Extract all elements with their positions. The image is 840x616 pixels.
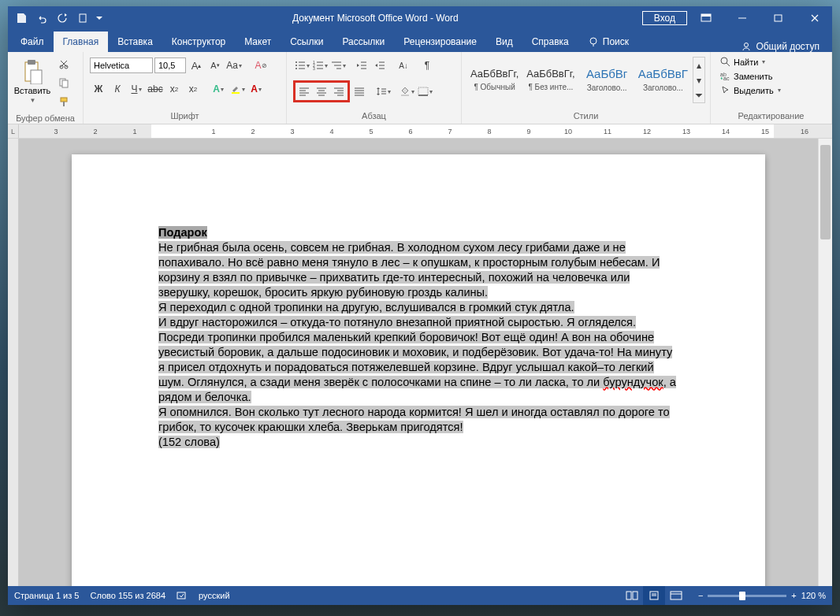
zoom-out-icon[interactable]: − bbox=[698, 591, 703, 600]
view-buttons bbox=[621, 586, 687, 605]
replace-button[interactable]: abacЗаменить bbox=[717, 69, 784, 83]
paste-button[interactable]: Вставить ▼ bbox=[11, 54, 54, 109]
group-clipboard: Вставить ▼ Буфер обмена bbox=[8, 52, 84, 124]
zoom-controls: − + 120 % bbox=[698, 591, 826, 600]
shading-icon[interactable]: ▾ bbox=[398, 83, 415, 100]
clipboard-icon bbox=[21, 59, 43, 84]
svg-rect-9 bbox=[28, 60, 35, 65]
zoom-level[interactable]: 120 % bbox=[801, 591, 826, 600]
scrollbar-thumb[interactable] bbox=[820, 145, 831, 239]
decrease-indent-icon[interactable] bbox=[353, 57, 370, 74]
highlight-icon[interactable]: ▾ bbox=[229, 80, 246, 98]
align-left-icon[interactable] bbox=[295, 83, 313, 100]
styles-more-icon[interactable]: ⏷ bbox=[693, 87, 704, 102]
vertical-scrollbar[interactable] bbox=[818, 139, 832, 586]
tab-insert[interactable]: Вставка bbox=[108, 32, 162, 52]
status-words[interactable]: Слово 155 из 2684 bbox=[90, 591, 165, 600]
line-spacing-icon[interactable]: ▾ bbox=[374, 83, 392, 100]
bold-button[interactable]: Ж bbox=[90, 80, 107, 98]
style-heading2[interactable]: АаБбВвГЗаголово... bbox=[635, 57, 691, 102]
styles-up-icon[interactable]: ▴ bbox=[693, 58, 704, 72]
style-no-spacing[interactable]: АаБбВвГг,¶ Без инте... bbox=[522, 57, 578, 102]
find-button[interactable]: Найти▾ bbox=[717, 55, 784, 69]
show-marks-icon[interactable]: ¶ bbox=[418, 57, 436, 74]
style-heading1[interactable]: АаБбВгЗаголово... bbox=[579, 57, 635, 102]
align-right-icon[interactable] bbox=[330, 83, 348, 100]
tab-mailings[interactable]: Рассылки bbox=[333, 32, 394, 52]
ribbon: Вставить ▼ Буфер обмена A▴ A▾ Aa▾ bbox=[8, 52, 832, 124]
sort-icon[interactable]: A↓ bbox=[395, 57, 412, 74]
group-font: A▴ A▾ Aa▾ A⊘ Ж К Ч▾ abc x2 x2 A▾ ▾ A▾ bbox=[84, 52, 287, 124]
share-button[interactable]: Общий доступ bbox=[731, 41, 829, 52]
change-case-icon[interactable]: Aa▾ bbox=[225, 57, 243, 74]
ribbon-display-icon[interactable] bbox=[689, 6, 723, 30]
tab-file[interactable]: Файл bbox=[11, 32, 54, 52]
status-page[interactable]: Страница 1 из 5 bbox=[14, 591, 79, 600]
tab-review[interactable]: Рецензирование bbox=[394, 32, 486, 52]
superscript-button[interactable]: x2 bbox=[184, 80, 202, 98]
increase-indent-icon[interactable] bbox=[371, 57, 388, 74]
status-language[interactable]: русский bbox=[199, 591, 229, 600]
ribbon-tabs: Файл Главная Вставка Конструктор Макет С… bbox=[8, 30, 832, 52]
document-area: Подарок Не грибная была осень, совсем не… bbox=[8, 139, 832, 586]
svg-rect-17 bbox=[232, 92, 240, 94]
format-painter-icon[interactable] bbox=[55, 93, 72, 110]
select-button[interactable]: Выделить▾ bbox=[717, 83, 784, 97]
subscript-button[interactable]: x2 bbox=[165, 80, 183, 98]
number-list-icon[interactable]: 123▾ bbox=[311, 57, 329, 74]
copy-icon[interactable] bbox=[55, 74, 72, 91]
text-effects-icon[interactable]: A▾ bbox=[210, 80, 227, 98]
vertical-ruler[interactable] bbox=[8, 139, 19, 586]
chevron-down-icon: ▼ bbox=[30, 97, 36, 104]
tab-references[interactable]: Ссылки bbox=[281, 32, 333, 52]
font-size-select[interactable] bbox=[154, 58, 186, 73]
lightbulb-icon bbox=[588, 36, 599, 47]
qat-dropdown-icon[interactable] bbox=[95, 9, 104, 27]
zoom-in-icon[interactable]: + bbox=[791, 591, 796, 600]
font-name-select[interactable] bbox=[90, 58, 153, 73]
zoom-slider[interactable] bbox=[708, 595, 786, 597]
style-normal[interactable]: АаБбВвГг,¶ Обычный bbox=[466, 57, 522, 102]
underline-button[interactable]: Ч▾ bbox=[128, 80, 145, 98]
align-justify-icon[interactable] bbox=[351, 83, 368, 100]
cursor-icon bbox=[720, 85, 730, 95]
new-doc-icon[interactable] bbox=[74, 9, 91, 27]
bullet-list-icon[interactable]: ▾ bbox=[293, 57, 310, 74]
group-paragraph: ▾ 123▾ ▾ A↓ ¶ bbox=[287, 52, 462, 124]
styles-down-icon[interactable]: ▾ bbox=[693, 72, 704, 87]
italic-button[interactable]: К bbox=[109, 80, 126, 98]
read-mode-icon[interactable] bbox=[621, 586, 643, 605]
web-layout-icon[interactable] bbox=[665, 586, 687, 605]
tell-me-search[interactable]: Поиск bbox=[578, 32, 638, 52]
clear-format-icon[interactable]: A⊘ bbox=[252, 57, 269, 74]
doc-para: Я опомнился. Вон сколько тут лесного нар… bbox=[158, 406, 670, 433]
tab-view[interactable]: Вид bbox=[486, 32, 522, 52]
save-icon[interactable] bbox=[13, 9, 30, 27]
tab-help[interactable]: Справка bbox=[522, 32, 578, 52]
maximize-icon[interactable] bbox=[761, 6, 796, 30]
cut-icon[interactable] bbox=[55, 55, 72, 72]
login-button[interactable]: Вход bbox=[642, 11, 687, 25]
print-layout-icon[interactable] bbox=[643, 586, 665, 605]
align-center-icon[interactable] bbox=[313, 83, 330, 100]
horizontal-ruler[interactable]: L 3211234567891011121314151617 bbox=[8, 124, 832, 139]
grow-font-icon[interactable]: A▴ bbox=[188, 57, 205, 74]
redo-icon[interactable] bbox=[54, 9, 71, 27]
proofing-icon[interactable] bbox=[177, 590, 188, 601]
page[interactable]: Подарок Не грибная была осень, совсем не… bbox=[72, 154, 765, 586]
document-scroll[interactable]: Подарок Не грибная была осень, совсем не… bbox=[19, 139, 818, 586]
tab-home[interactable]: Главная bbox=[54, 32, 109, 52]
multilevel-list-icon[interactable]: ▾ bbox=[329, 57, 347, 74]
tab-layout[interactable]: Макет bbox=[235, 32, 281, 52]
undo-icon[interactable] bbox=[33, 9, 50, 27]
close-icon[interactable] bbox=[797, 6, 832, 30]
shrink-font-icon[interactable]: A▾ bbox=[206, 57, 224, 74]
search-icon bbox=[720, 57, 730, 67]
borders-icon[interactable]: ▾ bbox=[416, 83, 433, 100]
font-color-icon[interactable]: A▾ bbox=[247, 80, 265, 98]
svg-text:ac: ac bbox=[723, 76, 730, 81]
minimize-icon[interactable] bbox=[725, 6, 760, 30]
tab-design[interactable]: Конструктор bbox=[162, 32, 235, 52]
document-text[interactable]: Подарок Не грибная была осень, совсем не… bbox=[158, 225, 678, 450]
strike-button[interactable]: abc bbox=[147, 80, 164, 98]
